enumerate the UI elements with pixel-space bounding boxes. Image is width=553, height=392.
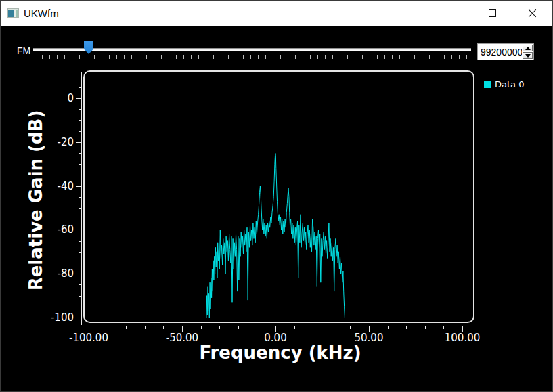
y-minor-tick	[79, 77, 81, 77]
y-tick-label: -100	[29, 311, 74, 324]
fm-slider-tickmarks	[35, 55, 472, 59]
y-minor-tick	[79, 284, 81, 285]
x-axis-title: Frequency (kHz)	[85, 343, 476, 363]
x-major-tick	[369, 326, 370, 332]
fm-slider-handle[interactable]	[84, 41, 93, 54]
x-minor-tick	[219, 326, 220, 329]
y-major-tick	[76, 274, 81, 274]
x-minor-tick	[126, 326, 127, 329]
x-axis-backbone	[82, 326, 465, 326]
triangle-down-icon	[525, 54, 531, 58]
y-minor-tick	[79, 208, 81, 209]
x-minor-tick	[313, 326, 313, 329]
y-minor-tick	[79, 219, 81, 219]
x-minor-tick	[388, 326, 389, 329]
spectrum-plot-canvas[interactable]	[83, 70, 474, 323]
minimize-button[interactable]	[434, 1, 465, 26]
y-minor-tick	[79, 296, 81, 297]
frequency-input[interactable]	[478, 44, 522, 60]
y-minor-tick	[79, 120, 81, 121]
y-minor-tick	[79, 252, 81, 253]
y-minor-tick	[79, 263, 81, 263]
frequency-spinbox	[477, 43, 534, 60]
y-minor-tick	[79, 87, 81, 88]
x-minor-tick	[332, 326, 332, 329]
triangle-up-icon	[525, 47, 531, 50]
y-minor-tick	[79, 307, 81, 307]
x-minor-tick	[406, 326, 407, 329]
maximize-button[interactable]	[477, 1, 508, 26]
close-button[interactable]	[516, 1, 548, 26]
x-major-tick	[462, 326, 463, 332]
x-minor-tick	[145, 326, 146, 329]
x-minor-tick	[294, 326, 295, 329]
legend-label: Data 0	[495, 79, 524, 89]
app-icon-detail	[16, 11, 16, 16]
x-minor-tick	[350, 326, 351, 329]
x-minor-tick	[108, 326, 108, 329]
fm-slider-track[interactable]	[33, 48, 471, 51]
x-minor-tick	[425, 326, 426, 329]
y-minor-tick	[79, 153, 81, 154]
window-title: UKWfm	[24, 7, 59, 19]
spectrum-trace	[206, 153, 345, 318]
y-minor-tick	[79, 164, 81, 165]
app-window: UKWfm FM 0-20-40-60-80-100-100.00-50.000…	[0, 0, 553, 392]
y-minor-tick	[79, 109, 81, 110]
y-minor-tick	[79, 131, 81, 132]
y-axis-backbone	[81, 72, 82, 325]
y-major-tick	[76, 98, 81, 99]
y-major-tick	[76, 142, 81, 143]
y-minor-tick	[79, 197, 81, 198]
legend-item-data0[interactable]: Data 0	[484, 79, 524, 89]
spectrum-svg	[85, 72, 473, 322]
x-minor-tick	[238, 326, 239, 329]
x-minor-tick	[201, 326, 202, 329]
x-major-tick	[182, 326, 183, 332]
x-minor-tick	[257, 326, 257, 329]
spin-down-button[interactable]	[523, 52, 533, 59]
x-major-tick	[89, 326, 89, 332]
y-minor-tick	[79, 241, 81, 242]
y-major-tick	[76, 230, 81, 230]
y-minor-tick	[79, 175, 81, 175]
spin-buttons	[522, 44, 533, 60]
y-axis-title: Relative Gain (dB)	[26, 110, 46, 291]
minimize-icon	[445, 14, 454, 14]
spin-up-button[interactable]	[523, 45, 533, 51]
titlebar: UKWfm	[1, 1, 552, 26]
y-tick-label: 0	[29, 92, 74, 104]
fm-slider-label: FM	[17, 45, 30, 56]
y-major-tick	[76, 318, 81, 318]
x-major-tick	[275, 326, 276, 332]
maximize-icon	[489, 9, 496, 17]
app-icon	[7, 8, 19, 18]
x-minor-tick	[443, 326, 444, 329]
x-minor-tick	[163, 326, 164, 329]
legend-swatch-icon	[484, 81, 491, 88]
y-major-tick	[76, 186, 81, 187]
